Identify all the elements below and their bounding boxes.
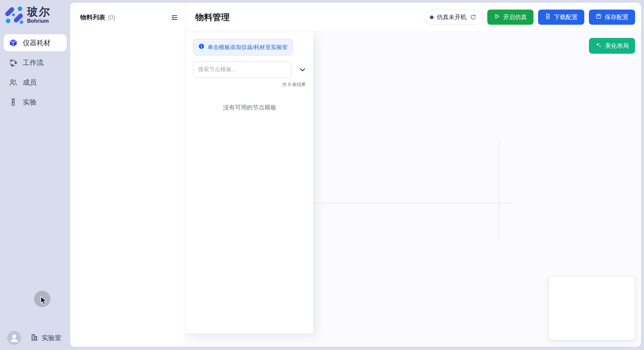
simulation-status-text: 仿真未开机 — [437, 13, 467, 21]
node-template-panel: 单击模板添加仪器/耗材至实验室 共 0 条结果 没有可用的节点模板 — [185, 32, 313, 334]
save-config-button[interactable]: 保存配置 — [589, 10, 635, 25]
canvas-minimap[interactable] — [549, 276, 635, 340]
status-dot-icon — [430, 15, 434, 19]
brand-name-cn: 玻尔 — [27, 6, 51, 17]
sidebar: 玻尔 Bohrium 仪器耗材 工作流 — [0, 0, 70, 350]
download-config-button[interactable]: 下载配置 — [538, 10, 584, 25]
collapse-panel-icon[interactable] — [171, 14, 178, 21]
app-container: 物料列表(0) 物料管理 仿真未开机 — [70, 3, 641, 347]
sidebar-item-label: 实验 — [23, 98, 37, 107]
materials-count: (0) — [108, 14, 115, 21]
sidebar-item-instruments[interactable]: 仪器耗材 — [4, 34, 67, 51]
sidebar-item-experiments[interactable]: 实验 — [4, 94, 67, 111]
file-download-icon — [545, 13, 551, 21]
user-avatar[interactable] — [7, 331, 21, 345]
play-icon — [494, 13, 500, 21]
main-header: 物料管理 仿真未开机 开启仿真 — [185, 3, 641, 32]
info-banner-text: 单击模板添加仪器/耗材至实验室 — [208, 44, 288, 51]
bohrium-logo-icon — [5, 5, 24, 24]
lab-switcher-label: 实验室 — [42, 334, 61, 342]
info-icon — [198, 43, 205, 51]
sidebar-nav: 仪器耗材 工作流 成员 — [4, 34, 67, 111]
sidebar-item-label: 仪器耗材 — [23, 38, 50, 47]
members-icon — [9, 78, 17, 87]
materials-list-panel: 物料列表(0) — [70, 3, 185, 347]
lab-switcher[interactable]: 实验室 — [30, 333, 61, 342]
beautify-layout-button[interactable]: 美化布局 — [589, 38, 635, 54]
search-node-template-input[interactable] — [193, 61, 291, 78]
sidebar-item-members[interactable]: 成员 — [4, 74, 67, 91]
sidebar-item-label: 工作流 — [23, 58, 44, 67]
result-count: 共 0 条结果 — [193, 82, 306, 88]
page-title: 物料管理 — [195, 12, 230, 23]
sparkles-icon — [595, 42, 602, 50]
info-banner: 单击模板添加仪器/耗材至实验室 — [193, 39, 293, 55]
start-simulation-button[interactable]: 开启仿真 — [487, 10, 533, 25]
canvas-guide-line-vertical — [499, 141, 499, 238]
brand-logo: 玻尔 Bohrium — [0, 0, 70, 24]
main-area: 物料管理 仿真未开机 开启仿真 — [185, 3, 641, 347]
sidebar-item-label: 成员 — [23, 78, 37, 87]
empty-templates-text: 没有可用的节点模板 — [193, 103, 306, 111]
cube-icon — [9, 39, 17, 47]
flow-canvas[interactable]: 单击模板添加仪器/耗材至实验室 共 0 条结果 没有可用的节点模板 — [185, 32, 641, 347]
chevron-down-icon[interactable] — [299, 66, 306, 73]
building-icon — [30, 333, 38, 342]
materials-list-title: 物料列表(0) — [80, 13, 115, 22]
canvas-guide-line-horizontal — [313, 203, 511, 203]
save-icon — [596, 13, 602, 21]
experiment-icon — [9, 98, 17, 106]
refresh-icon[interactable] — [470, 14, 476, 20]
workflow-icon — [9, 58, 17, 67]
simulation-status-pill[interactable]: 仿真未开机 — [424, 10, 483, 25]
brand-name-en: Bohrium — [27, 18, 51, 24]
sidebar-item-workflow[interactable]: 工作流 — [4, 54, 67, 71]
